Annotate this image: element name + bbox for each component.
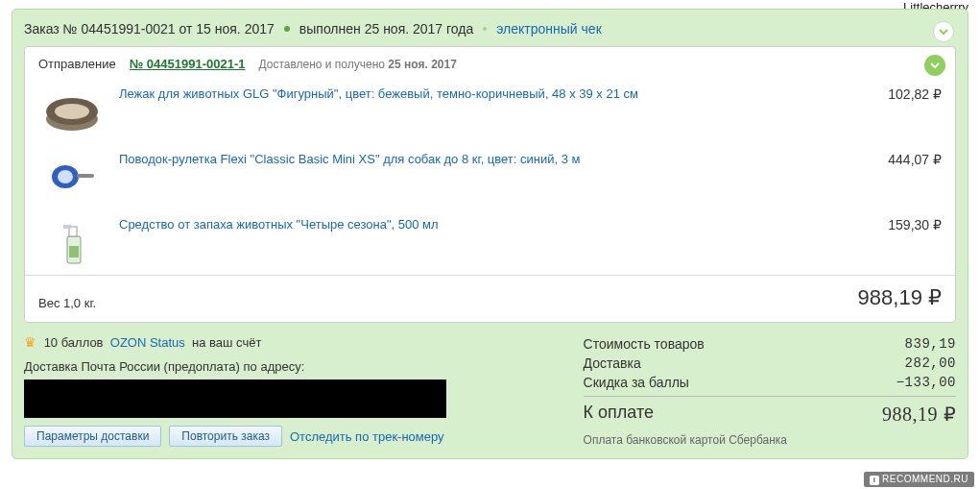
- summary-row: Доставка 282,00: [584, 354, 956, 373]
- receipt-link[interactable]: электронный чек: [496, 21, 602, 37]
- item-row: Лежак для животных GLG "Фигурный", цвет:…: [25, 79, 955, 144]
- item-list: Лежак для животных GLG "Фигурный", цвет:…: [25, 79, 955, 275]
- shipment-status: Доставлено и получено 25 ноя. 2017: [258, 58, 456, 71]
- item-link[interactable]: Лежак для животных GLG "Фигурный", цвет:…: [119, 86, 638, 101]
- shipment-weight: Вес 1,0 кг.: [38, 296, 96, 310]
- summary-row: Стоимость товаров 839,19: [584, 334, 956, 354]
- order-label: Заказ № 04451991-0021 от 15 ноя. 2017: [24, 21, 275, 37]
- order-panel: Заказ № 04451991-0021 от 15 ноя. 2017 вы…: [12, 9, 968, 459]
- order-number: 04451991-0021: [82, 21, 176, 37]
- item-row: Средство от запаха животных "Четыре сезо…: [25, 209, 955, 275]
- item-price: 102,82 ₽: [836, 86, 942, 102]
- delivery-params-button[interactable]: Параметры доставки: [24, 426, 161, 447]
- leash-icon: [42, 156, 102, 198]
- svg-point-4: [58, 170, 73, 183]
- item-thumb: [38, 217, 106, 267]
- delivery-label: Доставка Почта России (предоплата) по ад…: [24, 359, 537, 374]
- item-price: 159,30 ₽: [836, 217, 942, 232]
- svg-rect-5: [77, 174, 94, 178]
- shipment-number-link[interactable]: № 04451991-0021-1: [130, 57, 246, 71]
- order-header: Заказ № 04451991-0021 от 15 ноя. 2017 вы…: [24, 19, 956, 46]
- shipment-footer: Вес 1,0 кг. 988,19 ₽: [25, 275, 955, 322]
- svg-rect-9: [63, 225, 71, 229]
- item-thumb: [38, 152, 106, 202]
- chevron-down-icon: [938, 26, 949, 37]
- spray-bottle-icon: [42, 217, 102, 267]
- summary-row: Скидка за баллы −133,00: [584, 373, 956, 392]
- separator-dot-icon: [483, 27, 487, 31]
- item-link[interactable]: Поводок-рулетка Flexi "Classic Basic Min…: [119, 152, 581, 166]
- status-dot-icon: [284, 26, 290, 32]
- pet-bed-icon: [42, 90, 102, 133]
- item-link[interactable]: Средство от запаха животных "Четыре сезо…: [119, 217, 439, 232]
- shipment-total: 988,19 ₽: [858, 285, 942, 310]
- order-date: 15 ноя. 2017: [196, 21, 274, 37]
- address-redacted: [24, 379, 446, 418]
- watermark: iRECOMMEND.RU: [864, 472, 974, 487]
- track-link[interactable]: Отследить по трек-номеру: [290, 429, 444, 444]
- order-status: выполнен 25 ноя. 2017 года: [299, 21, 473, 37]
- chevron-down-icon: [929, 60, 941, 71]
- summary-section: ♛ 10 баллов OZON Status на ваш счёт Дост…: [24, 334, 956, 447]
- shipment-collapse-button[interactable]: [924, 55, 945, 76]
- ozon-status-link[interactable]: OZON Status: [110, 335, 185, 350]
- summary-table: Стоимость товаров 839,19 Доставка 282,00…: [584, 334, 956, 447]
- shipment-label: Отправление: [38, 57, 116, 71]
- repeat-order-button[interactable]: Повторить заказ: [169, 426, 282, 447]
- item-price: 444,07 ₽: [836, 152, 942, 167]
- order-collapse-button[interactable]: [933, 21, 954, 42]
- item-thumb: [38, 86, 106, 136]
- item-row: Поводок-рулетка Flexi "Classic Basic Min…: [25, 144, 955, 209]
- summary-total-row: К оплате 988,19 ₽: [584, 396, 956, 428]
- shipment-header: Отправление № 04451991-0021-1 Доставлено…: [25, 47, 955, 79]
- svg-point-2: [55, 104, 89, 119]
- svg-rect-7: [69, 246, 79, 257]
- crown-icon: ♛: [24, 334, 36, 350]
- payment-note: Оплата банковской картой Сбербанка: [584, 433, 956, 447]
- bonus-line: ♛ 10 баллов OZON Status на ваш счёт: [24, 334, 537, 350]
- shipment-panel: Отправление № 04451991-0021-1 Доставлено…: [24, 46, 956, 323]
